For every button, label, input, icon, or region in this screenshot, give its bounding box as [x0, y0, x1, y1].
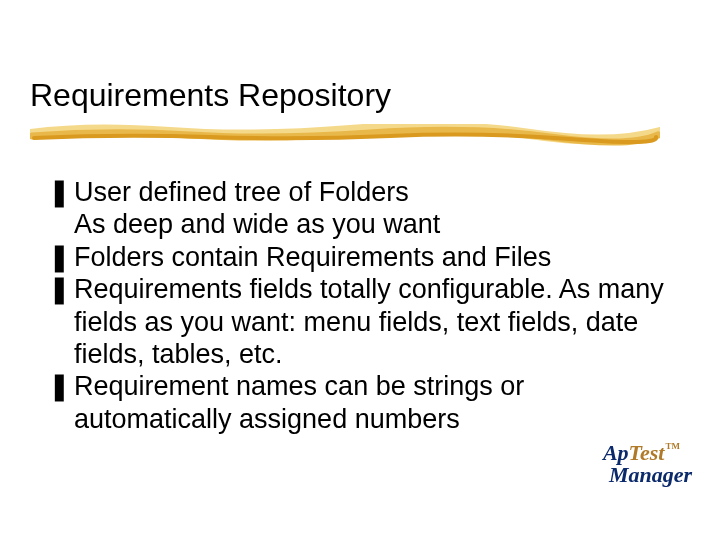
bullet-icon: ❚ — [48, 176, 74, 208]
trademark-icon: TM — [664, 441, 680, 451]
title-underline — [30, 124, 660, 146]
logo-line-2: Manager — [609, 464, 692, 486]
bullet-text: Requirements fields totally configurable… — [74, 274, 664, 369]
bullet-text: Requirement names can be strings or auto… — [74, 371, 524, 433]
title-area: Requirements Repository — [30, 78, 391, 113]
slide-title: Requirements Repository — [30, 78, 391, 113]
bullet-icon: ❚ — [48, 241, 74, 273]
bullet-text: User defined tree of FoldersAs deep and … — [74, 177, 440, 239]
body-text: ❚User defined tree of FoldersAs deep and… — [48, 176, 668, 435]
bullet-icon: ❚ — [48, 273, 74, 305]
bullet-item: ❚Folders contain Requirements and Files — [48, 241, 668, 273]
logo-line-1: ApTestTM — [591, 442, 692, 464]
slide: Requirements Repository ❚User defined tr… — [0, 0, 720, 540]
bullet-text: Folders contain Requirements and Files — [74, 242, 551, 272]
bullet-item: ❚User defined tree of FoldersAs deep and… — [48, 176, 668, 241]
bullet-item: ❚Requirement names can be strings or aut… — [48, 370, 668, 435]
bullet-item: ❚Requirements fields totally configurabl… — [48, 273, 668, 370]
logo: ApTestTM Manager — [591, 442, 692, 486]
bullet-icon: ❚ — [48, 370, 74, 402]
